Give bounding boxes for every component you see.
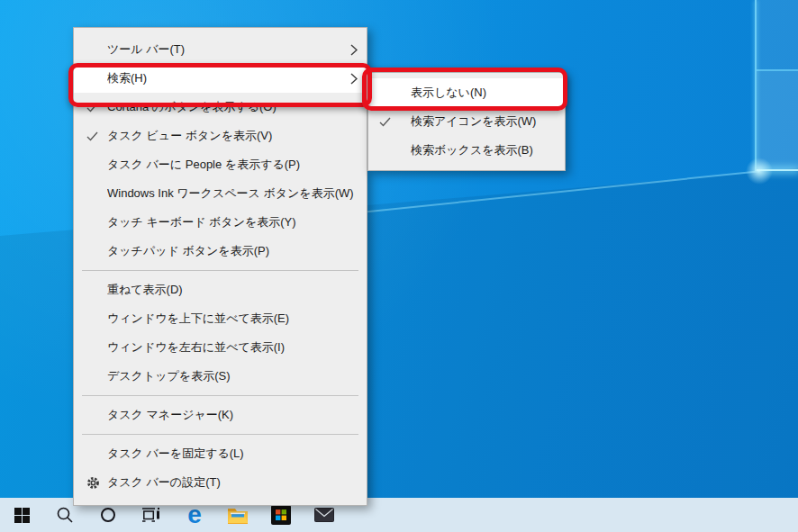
screen: e ツール バー(T)検索(H)Cortana のボタンを表示する(O)タスク …: [0, 0, 798, 532]
menu-separator: [82, 434, 358, 435]
menu-item-label: 重ねて表示(D): [107, 282, 358, 298]
checkmark-icon: [379, 117, 411, 127]
menu-item-label: 表示しない(N): [411, 85, 556, 101]
wallpaper-window-pane-top: [757, 0, 798, 69]
menu-item-show-touch-keyboard-button[interactable]: タッチ キーボード ボタンを表示(Y): [74, 208, 367, 237]
menu-item-label: Cortana のボタンを表示する(O): [107, 99, 358, 115]
wallpaper-window-frame-horizontal: [757, 69, 798, 71]
menu-item-show-windows-stacked[interactable]: ウィンドウを上下に並べて表示(E): [74, 304, 367, 333]
menu-item-label: デスクトップを表示(S): [107, 368, 358, 384]
menu-item-show-desktop[interactable]: デスクトップを表示(S): [74, 362, 367, 391]
task-view-icon: [141, 507, 161, 523]
menu-item-show-search-box[interactable]: 検索ボックスを表示(B): [368, 136, 565, 165]
menu-item-show-cortana-button[interactable]: Cortana のボタンを表示する(O): [74, 93, 367, 122]
menu-item-show-windows-side-by-side[interactable]: ウィンドウを左右に並べて表示(I): [74, 333, 367, 362]
taskbar-context-menu: ツール バー(T)検索(H)Cortana のボタンを表示する(O)タスク ビュ…: [73, 27, 367, 506]
submenu-arrow-icon: [349, 73, 358, 85]
gear-icon: [86, 476, 107, 490]
menu-item-search[interactable]: 検索(H): [74, 64, 367, 93]
mail-icon: [314, 508, 334, 522]
cortana-icon: [100, 507, 116, 523]
search-icon: [56, 506, 74, 524]
menu-item-hidden[interactable]: 表示しない(N): [368, 78, 565, 107]
menu-item-label: ウィンドウを左右に並べて表示(I): [107, 339, 358, 356]
menu-item-show-people-on-taskbar[interactable]: タスク バーに People を表示する(P): [74, 150, 367, 179]
start-button[interactable]: [0, 498, 43, 532]
menu-item-label: タスク ビュー ボタンを表示(V): [107, 128, 358, 144]
menu-item-label: 検索アイコンを表示(W): [411, 113, 556, 130]
checkmark-icon: [86, 131, 107, 141]
wallpaper-corner-glow: [744, 156, 775, 186]
menu-item-label: 検索(H): [107, 70, 349, 86]
wallpaper-window-frame-vertical: [755, 0, 757, 171]
menu-item-cascade-windows[interactable]: 重ねて表示(D): [74, 275, 367, 304]
menu-item-show-windows-ink-workspace-button[interactable]: Windows Ink ワークスペース ボタンを表示(W): [74, 179, 367, 208]
menu-item-label: 検索ボックスを表示(B): [411, 142, 556, 158]
menu-item-show-task-view-button[interactable]: タスク ビュー ボタンを表示(V): [74, 122, 367, 150]
menu-item-label: タスク バーの設定(T): [107, 474, 358, 491]
menu-item-label: タッチ キーボード ボタンを表示(Y): [107, 214, 358, 230]
menu-item-show-touchpad-button[interactable]: タッチパッド ボタンを表示(P): [74, 237, 367, 266]
start-icon: [14, 508, 30, 523]
menu-item-label: ツール バー(T): [107, 41, 349, 58]
menu-item-label: ウィンドウを上下に並べて表示(E): [107, 311, 358, 327]
search-submenu: 表示しない(N)検索アイコンを表示(W)検索ボックスを表示(B): [367, 72, 566, 171]
submenu-arrow-icon: [349, 44, 358, 56]
menu-item-show-search-icon[interactable]: 検索アイコンを表示(W): [368, 107, 565, 136]
menu-item-task-manager[interactable]: タスク マネージャー(K): [74, 401, 367, 429]
menu-item-taskbar-settings[interactable]: タスク バーの設定(T): [74, 468, 367, 497]
menu-item-label: Windows Ink ワークスペース ボタンを表示(W): [107, 185, 358, 202]
microsoft-store-icon: [270, 504, 292, 526]
menu-item-label: タスク バーに People を表示する(P): [107, 157, 358, 173]
menu-separator: [82, 395, 358, 396]
edge-icon: e: [187, 502, 202, 527]
menu-item-label: タスク バーを固定する(L): [107, 446, 358, 462]
menu-item-label: タスク マネージャー(K): [107, 407, 358, 423]
menu-item-label: タッチパッド ボタンを表示(P): [107, 243, 358, 259]
file-explorer-icon: [227, 506, 249, 524]
checkmark-icon: [86, 103, 107, 113]
menu-item-lock-taskbar[interactable]: タスク バーを固定する(L): [74, 439, 367, 468]
menu-separator: [82, 270, 358, 271]
menu-item-toolbars[interactable]: ツール バー(T): [74, 35, 367, 64]
